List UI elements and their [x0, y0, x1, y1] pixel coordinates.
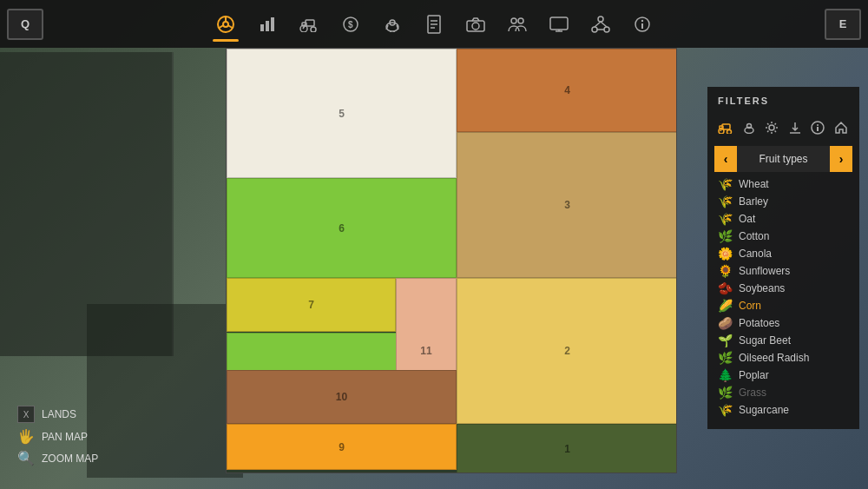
fruit-item-canola[interactable]: 🌼Canola	[707, 245, 859, 262]
fruit-name-grass: Grass	[739, 387, 766, 399]
svg-rect-45	[720, 126, 723, 129]
background-building2	[87, 304, 243, 478]
fruit-item-oat[interactable]: 🌾Oat	[707, 210, 859, 228]
stats-nav-icon[interactable]	[248, 5, 286, 43]
workers-nav-icon[interactable]	[498, 5, 536, 43]
svg-line-35	[595, 22, 601, 27]
fruit-icon-cotton: 🌿	[718, 229, 732, 243]
svg-point-34	[604, 27, 609, 32]
svg-point-15	[386, 23, 398, 31]
fruit-item-soybeans[interactable]: 🫘Soybeans	[707, 280, 859, 297]
fruit-item-sunflowers[interactable]: 🌻Sunflowers	[707, 262, 859, 280]
fruit-item-grass[interactable]: 🌿Grass	[707, 384, 859, 401]
fruit-type-nav: ‹ Fruit types ›	[714, 146, 852, 172]
map-plot-2[interactable]: 2	[457, 278, 677, 424]
fruit-name-barley: Barley	[739, 195, 768, 208]
fruit-name-wheat: Wheat	[739, 178, 769, 190]
info-nav-icon[interactable]	[623, 5, 661, 43]
svg-point-48	[769, 125, 774, 130]
fruit-name-sugarcane: Sugarcane	[739, 404, 789, 416]
map-plot-6[interactable]: 6	[227, 178, 457, 278]
fruit-prev-button[interactable]: ‹	[714, 146, 737, 172]
fruit-item-cotton[interactable]: 🌿Cotton	[707, 228, 859, 245]
fruit-icon-corn: 🌽	[718, 299, 732, 313]
svg-point-28	[518, 18, 523, 23]
display-nav-icon[interactable]	[540, 5, 578, 43]
map-plot-1[interactable]: 1	[457, 424, 677, 473]
svg-point-9	[311, 27, 316, 32]
fruit-icon-oat: 🌾	[718, 212, 732, 226]
filter-category-icons	[707, 113, 859, 146]
svg-point-1	[223, 22, 228, 27]
svg-point-26	[472, 23, 479, 30]
legend-zoom: 🔍 ZOOM MAP	[17, 450, 98, 466]
fruit-name-sunflowers: Sunflowers	[739, 265, 790, 277]
map-plot-5[interactable]: 5	[227, 49, 457, 178]
svg-point-32	[598, 17, 603, 22]
zoom-icon: 🔍	[17, 450, 35, 466]
fruit-icon-poplar: 🌲	[718, 368, 732, 382]
camera-nav-icon[interactable]	[457, 5, 495, 43]
filter-download-icon[interactable]	[786, 116, 806, 139]
filter-animals-icon[interactable]	[740, 116, 760, 139]
fruit-icon-canola: 🌼	[718, 247, 732, 261]
fruit-next-button[interactable]: ›	[830, 146, 852, 172]
animals-nav-icon[interactable]	[373, 5, 411, 43]
q-button[interactable]: Q	[7, 9, 43, 40]
map-plot-9[interactable]: 9	[227, 424, 457, 470]
svg-line-36	[601, 22, 607, 27]
fruit-name-cotton: Cotton	[739, 230, 769, 242]
filter-home-icon[interactable]	[832, 116, 852, 139]
map-nav-icon[interactable]	[207, 5, 245, 43]
svg-rect-6	[266, 21, 269, 31]
fruit-icon-barley: 🌾	[718, 195, 732, 208]
filters-panel: FILTERS	[707, 87, 859, 429]
fruit-name-poplar: Poplar	[739, 369, 769, 381]
fruit-icon-sugarcane: 🌾	[718, 403, 732, 417]
contracts-nav-icon[interactable]	[415, 5, 453, 43]
bottom-legend: X LANDS 🖐 PAN MAP 🔍 ZOOM MAP	[17, 406, 98, 472]
fruit-item-corn[interactable]: 🌽Corn	[707, 297, 859, 314]
map-plot-7[interactable]: 7	[227, 278, 396, 332]
fruit-name-sugar-beet: Sugar Beet	[739, 334, 791, 347]
filters-title: FILTERS	[707, 87, 859, 113]
fruit-item-barley[interactable]: 🌾Barley	[707, 193, 859, 210]
legend-lands: X LANDS	[17, 406, 98, 423]
svg-line-4	[228, 25, 233, 28]
fruit-name-oilseed-radish: Oilseed Radish	[739, 352, 809, 364]
fruit-icon-sugar-beet: 🌱	[718, 334, 732, 347]
fruit-icon-oilseed-radish: 🌿	[718, 351, 732, 365]
money-nav-icon[interactable]: $	[332, 5, 370, 43]
network-nav-icon[interactable]	[582, 5, 620, 43]
map-container[interactable]: 4536728119101	[226, 48, 677, 473]
filter-info-icon[interactable]	[808, 116, 828, 139]
pan-icon: 🖐	[17, 428, 35, 445]
fruit-name-oat: Oat	[739, 213, 755, 225]
map-plot-4[interactable]: 4	[457, 49, 677, 132]
svg-rect-7	[271, 17, 274, 31]
tractor-nav-icon[interactable]	[290, 5, 328, 43]
map-plot-3[interactable]: 3	[457, 132, 677, 278]
e-button[interactable]: E	[825, 9, 861, 40]
fruit-icon-sunflowers: 🌻	[718, 264, 732, 278]
fruit-item-oilseed-radish[interactable]: 🌿Oilseed Radish	[707, 349, 859, 367]
filter-settings-icon[interactable]	[762, 116, 782, 139]
map-plot-10[interactable]: 10	[227, 370, 457, 424]
fruit-icon-soybeans: 🫘	[718, 281, 732, 295]
legend-pan: 🖐 PAN MAP	[17, 428, 98, 445]
filter-tractor-icon[interactable]	[716, 116, 736, 139]
svg-line-3	[220, 25, 224, 28]
zoom-label: ZOOM MAP	[42, 453, 98, 465]
fruit-item-potatoes[interactable]: 🥔Potatoes	[707, 314, 859, 332]
fruit-icon-grass: 🌿	[718, 386, 732, 400]
fruit-item-wheat[interactable]: 🌾Wheat	[707, 175, 859, 193]
fruit-name-corn: Corn	[739, 300, 761, 312]
svg-point-33	[592, 27, 597, 32]
fruit-item-poplar[interactable]: 🌲Poplar	[707, 367, 859, 384]
svg-point-42	[727, 130, 732, 135]
pan-label: PAN MAP	[42, 431, 88, 443]
fruit-icon-potatoes: 🥔	[718, 316, 732, 330]
fruit-item-sugarcane[interactable]: 🌾Sugarcane	[707, 401, 859, 419]
fruit-category-label: Fruit types	[737, 153, 830, 165]
fruit-item-sugar-beet[interactable]: 🌱Sugar Beet	[707, 332, 859, 349]
